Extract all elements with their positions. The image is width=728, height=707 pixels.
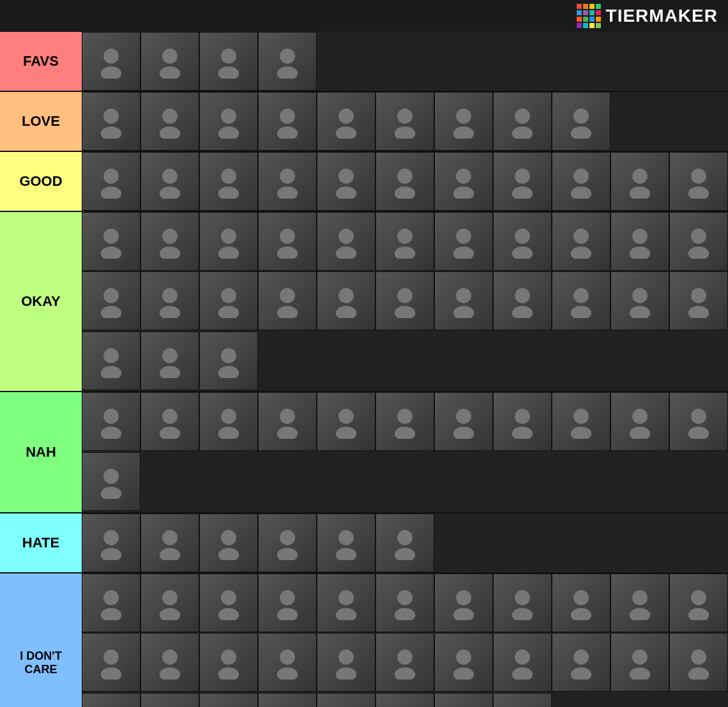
list-item [317, 152, 375, 211]
list-item [610, 633, 669, 692]
svg-point-6 [280, 49, 295, 64]
svg-point-87 [571, 306, 591, 318]
svg-point-175 [630, 667, 650, 680]
list-item [552, 392, 610, 451]
svg-point-84 [515, 288, 530, 303]
svg-point-144 [397, 590, 413, 605]
svg-point-30 [221, 169, 236, 184]
svg-point-99 [101, 427, 121, 439]
list-item [82, 331, 140, 390]
svg-point-170 [515, 650, 530, 665]
svg-point-74 [221, 288, 236, 303]
svg-point-35 [336, 186, 356, 199]
svg-point-52 [221, 229, 236, 244]
svg-point-25 [571, 126, 591, 139]
svg-point-70 [103, 288, 119, 303]
list-item [493, 633, 552, 692]
svg-point-11 [160, 126, 180, 139]
list-item [317, 271, 375, 330]
svg-point-54 [280, 229, 295, 244]
svg-point-17 [336, 126, 356, 139]
svg-point-134 [103, 590, 119, 605]
tier-row-okay: OKAY [0, 212, 728, 392]
svg-point-82 [456, 288, 471, 303]
svg-point-145 [395, 608, 415, 620]
svg-point-131 [336, 548, 356, 560]
list-item [82, 392, 140, 451]
svg-point-14 [280, 109, 295, 124]
svg-point-96 [221, 348, 236, 363]
svg-point-28 [162, 169, 178, 184]
tier-images-favs [82, 32, 728, 91]
svg-point-2 [162, 49, 178, 64]
list-item [610, 212, 669, 271]
svg-point-161 [218, 667, 239, 680]
list-item [140, 331, 199, 390]
list-item [258, 152, 317, 211]
svg-point-34 [338, 169, 354, 184]
svg-point-176 [691, 650, 706, 665]
svg-point-32 [280, 169, 295, 184]
svg-point-115 [571, 427, 591, 439]
svg-point-140 [280, 590, 295, 605]
list-item [199, 271, 258, 330]
tier-label-nah: NAH [0, 392, 82, 512]
svg-point-151 [571, 608, 591, 620]
list-item [258, 693, 317, 707]
list-item [317, 513, 375, 572]
list-item [317, 212, 375, 271]
svg-point-155 [688, 608, 709, 620]
svg-point-9 [101, 126, 121, 139]
svg-point-19 [395, 126, 415, 139]
svg-point-91 [688, 306, 709, 318]
svg-point-150 [573, 590, 589, 605]
svg-point-146 [456, 590, 471, 605]
list-item [375, 513, 434, 572]
svg-point-44 [632, 169, 648, 184]
list-item [375, 271, 434, 330]
svg-point-105 [277, 427, 298, 439]
list-item [610, 152, 669, 211]
svg-point-133 [395, 548, 415, 560]
svg-point-118 [691, 409, 706, 424]
list-item [82, 574, 140, 632]
svg-point-172 [573, 650, 589, 665]
svg-point-83 [453, 306, 474, 318]
svg-point-48 [103, 229, 119, 244]
tier-images-okay [82, 212, 728, 391]
svg-point-90 [691, 288, 706, 303]
svg-point-5 [218, 66, 239, 79]
list-item [258, 513, 317, 572]
svg-point-80 [397, 288, 413, 303]
svg-point-106 [338, 409, 354, 424]
svg-point-66 [632, 229, 648, 244]
svg-point-15 [277, 126, 298, 139]
list-item [317, 693, 375, 707]
svg-point-121 [101, 487, 121, 499]
svg-point-67 [630, 247, 650, 259]
svg-point-100 [162, 409, 178, 424]
svg-point-163 [277, 667, 298, 680]
list-item [375, 693, 434, 707]
svg-point-29 [160, 186, 180, 199]
svg-point-125 [160, 548, 180, 560]
tier-row-hate: HATE [0, 513, 728, 574]
svg-point-126 [221, 530, 236, 545]
list-item [434, 92, 493, 151]
svg-point-81 [395, 306, 415, 318]
svg-point-166 [397, 650, 413, 665]
svg-point-58 [397, 229, 413, 244]
list-item [552, 633, 610, 692]
svg-point-42 [573, 169, 589, 184]
list-item [258, 392, 317, 451]
tier-images-good [82, 152, 728, 211]
svg-point-69 [688, 247, 709, 259]
list-item [375, 152, 434, 211]
list-item [317, 633, 375, 692]
tier-row-nah: NAH [0, 392, 728, 513]
svg-point-46 [691, 169, 706, 184]
svg-point-116 [632, 409, 648, 424]
svg-point-40 [515, 169, 530, 184]
list-item [199, 32, 258, 91]
list-item [434, 633, 493, 692]
